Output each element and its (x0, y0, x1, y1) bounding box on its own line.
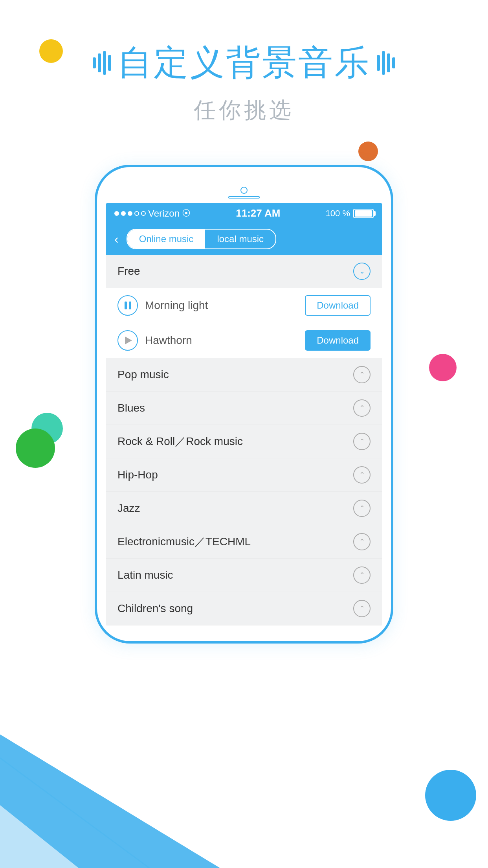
chevron-up-icon[interactable]: ⌃ (353, 600, 371, 617)
status-time: 11:27 AM (236, 207, 280, 219)
category-row[interactable]: Hip-Hop⌃ (106, 458, 382, 492)
waveform-left (93, 51, 111, 75)
play-button[interactable] (117, 330, 138, 351)
blue-circle-deco (425, 770, 476, 821)
category-label: Latin music (117, 569, 173, 581)
music-list: Free⌄Morning lightDownloadHawthornDownlo… (106, 255, 382, 625)
category-label: Blues (117, 402, 145, 414)
back-button[interactable]: ‹ (114, 232, 119, 246)
battery-icon (353, 209, 374, 218)
blue-diagonal-deco (0, 695, 220, 868)
song-row: HawthornDownload (106, 323, 382, 358)
waveform-right (377, 51, 395, 75)
main-title: 自定义背景音乐 (0, 39, 488, 86)
category-row[interactable]: Children's song⌃ (106, 592, 382, 625)
category-label: Electronicmusic／TECHML (117, 534, 251, 549)
category-row[interactable]: Free⌄ (106, 255, 382, 288)
category-label: Hip-Hop (117, 469, 158, 481)
category-row[interactable]: Latin music⌃ (106, 559, 382, 592)
top-section: 自定义背景音乐 任你挑选 (0, 0, 488, 149)
phone-top-bar (106, 187, 382, 199)
status-bar: Verizon ⦿ 11:27 AM 100 % (106, 203, 382, 223)
chevron-up-icon[interactable]: ⌃ (353, 566, 371, 584)
download-button[interactable]: Download (305, 295, 371, 316)
chevron-up-icon[interactable]: ⌃ (353, 533, 371, 550)
category-label: Jazz (117, 502, 140, 515)
green-circle-deco (16, 428, 55, 468)
phone-camera (240, 187, 248, 194)
main-subtitle: 任你挑选 (0, 96, 488, 125)
wifi-icon: ⦿ (182, 208, 191, 219)
category-row[interactable]: Electronicmusic／TECHML⌃ (106, 525, 382, 559)
category-row[interactable]: Jazz⌃ (106, 492, 382, 525)
tab-group: Online music local music (127, 229, 276, 249)
signal-dot-5 (141, 211, 146, 216)
category-row[interactable]: Pop music⌃ (106, 358, 382, 392)
category-label: Pop music (117, 368, 169, 381)
song-row: Morning lightDownload (106, 288, 382, 323)
battery-fill (355, 210, 372, 217)
tab-local-music[interactable]: local music (205, 230, 275, 248)
chevron-down-icon[interactable]: ⌄ (353, 263, 371, 280)
signal-dot-2 (121, 211, 126, 216)
song-title: Morning light (145, 299, 298, 312)
play-triangle-icon (125, 337, 132, 344)
chevron-up-icon[interactable]: ⌃ (353, 500, 371, 517)
status-right: 100 % (326, 208, 374, 219)
chevron-up-icon[interactable]: ⌃ (353, 366, 371, 383)
chevron-up-icon[interactable]: ⌃ (353, 399, 371, 417)
category-row[interactable]: Rock & Roll／Rock music⌃ (106, 425, 382, 458)
category-label: Free (117, 265, 140, 278)
phone-speaker (228, 196, 260, 199)
battery-percent: 100 % (326, 208, 350, 219)
phone-screen: Verizon ⦿ 11:27 AM 100 % ‹ Online music … (106, 203, 382, 625)
signal-dot-3 (128, 211, 132, 216)
chevron-up-icon[interactable]: ⌃ (353, 433, 371, 450)
carrier-label: Verizon (148, 208, 180, 219)
signal-dots (114, 211, 146, 216)
phone-mockup: Verizon ⦿ 11:27 AM 100 % ‹ Online music … (95, 165, 393, 644)
signal-dot-4 (134, 211, 139, 216)
category-row[interactable]: Blues⌃ (106, 392, 382, 425)
phone-outer: Verizon ⦿ 11:27 AM 100 % ‹ Online music … (95, 165, 393, 644)
category-label: Rock & Roll／Rock music (117, 434, 243, 449)
pink-circle-deco (429, 354, 457, 381)
chevron-up-icon[interactable]: ⌃ (353, 466, 371, 484)
download-button[interactable]: Download (305, 330, 371, 351)
category-label: Children's song (117, 602, 193, 615)
signal-dot-1 (114, 211, 119, 216)
status-left: Verizon ⦿ (114, 208, 191, 219)
pause-icon (125, 302, 131, 309)
nav-bar: ‹ Online music local music (106, 223, 382, 255)
tab-online-music[interactable]: Online music (127, 230, 205, 248)
song-title: Hawthorn (145, 334, 298, 347)
pause-button[interactable] (117, 295, 138, 316)
